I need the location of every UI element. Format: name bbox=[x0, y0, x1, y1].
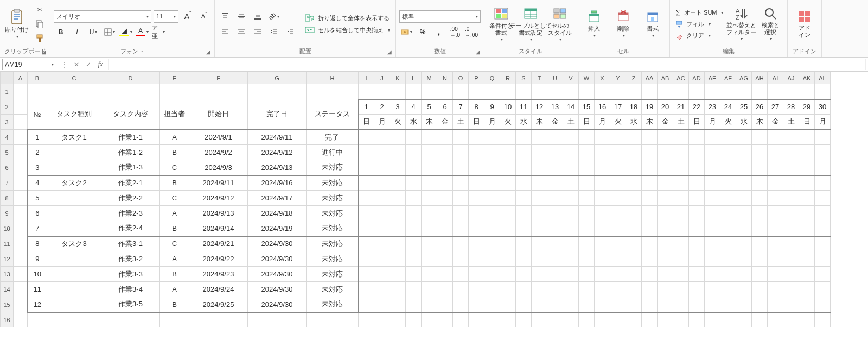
cell[interactable] bbox=[658, 191, 673, 206]
cell[interactable] bbox=[673, 312, 689, 327]
cell[interactable]: 木 bbox=[752, 115, 768, 130]
cell[interactable] bbox=[673, 130, 689, 145]
row-header[interactable]: 16 bbox=[1, 312, 14, 327]
cell[interactable] bbox=[720, 267, 736, 282]
cell[interactable] bbox=[374, 221, 390, 236]
cell[interactable]: 作業2-2 bbox=[101, 191, 160, 206]
cell[interactable] bbox=[610, 312, 626, 327]
cell[interactable] bbox=[768, 251, 783, 267]
cell[interactable] bbox=[547, 191, 563, 206]
cell[interactable]: 開始日 bbox=[189, 99, 248, 130]
cell[interactable] bbox=[563, 160, 579, 175]
cell[interactable] bbox=[500, 236, 516, 251]
col-header[interactable]: E bbox=[160, 72, 189, 84]
cell[interactable] bbox=[563, 312, 579, 327]
col-header[interactable]: M bbox=[422, 72, 437, 84]
cell[interactable]: 2024/9/21 bbox=[189, 236, 248, 251]
col-header[interactable]: AH bbox=[752, 72, 768, 84]
cell[interactable]: 1 bbox=[28, 130, 47, 145]
row-header[interactable]: 15 bbox=[1, 297, 14, 312]
cell[interactable] bbox=[359, 84, 374, 99]
cell[interactable] bbox=[768, 145, 783, 160]
cell[interactable] bbox=[532, 251, 547, 267]
cell[interactable] bbox=[673, 251, 689, 267]
col-header[interactable]: AE bbox=[705, 72, 720, 84]
cell[interactable] bbox=[626, 297, 642, 312]
cell[interactable] bbox=[658, 221, 673, 236]
cell[interactable]: B bbox=[160, 221, 189, 236]
cell[interactable] bbox=[484, 312, 500, 327]
cell[interactable] bbox=[500, 130, 516, 145]
cell[interactable] bbox=[799, 221, 815, 236]
cell[interactable] bbox=[658, 84, 673, 99]
cell[interactable] bbox=[14, 175, 28, 191]
cell[interactable] bbox=[547, 130, 563, 145]
cell[interactable]: 水 bbox=[736, 115, 752, 130]
cell[interactable] bbox=[547, 236, 563, 251]
select-all-corner[interactable] bbox=[1, 72, 14, 84]
cell[interactable] bbox=[563, 130, 579, 145]
cell[interactable] bbox=[406, 130, 422, 145]
cell[interactable] bbox=[374, 175, 390, 191]
cell[interactable] bbox=[610, 282, 626, 297]
cell[interactable] bbox=[689, 191, 705, 206]
cell[interactable] bbox=[610, 206, 626, 221]
paste-button[interactable]: 貼り付け ▾ bbox=[3, 3, 30, 45]
row-header[interactable]: 3 bbox=[1, 115, 14, 130]
cell[interactable] bbox=[484, 130, 500, 145]
cell[interactable] bbox=[532, 282, 547, 297]
col-header[interactable]: AD bbox=[689, 72, 705, 84]
cell[interactable] bbox=[736, 84, 752, 99]
cell[interactable] bbox=[406, 297, 422, 312]
cell[interactable] bbox=[595, 312, 610, 327]
cell[interactable]: 月 bbox=[374, 115, 390, 130]
cell[interactable]: タスク種別 bbox=[47, 99, 101, 130]
col-header[interactable]: AK bbox=[799, 72, 815, 84]
row-header[interactable]: 9 bbox=[1, 206, 14, 221]
cell[interactable] bbox=[14, 99, 28, 115]
cell[interactable] bbox=[14, 282, 28, 297]
cell[interactable]: 作業3-4 bbox=[101, 282, 160, 297]
orientation-button[interactable]: ab▾ bbox=[267, 10, 281, 22]
cell[interactable]: 完了日 bbox=[248, 99, 307, 130]
cell[interactable] bbox=[610, 251, 626, 267]
row-header[interactable]: 10 bbox=[1, 221, 14, 236]
cell[interactable] bbox=[516, 191, 532, 206]
font-size-combo[interactable]: 11▾ bbox=[154, 10, 178, 23]
cell[interactable] bbox=[783, 221, 799, 236]
cell[interactable] bbox=[673, 267, 689, 282]
cell[interactable] bbox=[14, 145, 28, 160]
cell[interactable]: 2024/9/22 bbox=[189, 251, 248, 267]
cell[interactable]: 9 bbox=[484, 99, 500, 115]
cell[interactable]: 22 bbox=[689, 99, 705, 115]
cell[interactable] bbox=[799, 251, 815, 267]
cell[interactable] bbox=[437, 312, 453, 327]
cell[interactable] bbox=[720, 297, 736, 312]
format-as-table-button[interactable]: テーブルとして 書式設定▾ bbox=[517, 3, 544, 45]
cut-button[interactable]: ✂ bbox=[33, 4, 47, 16]
bold-button[interactable]: B bbox=[54, 26, 68, 38]
cell[interactable] bbox=[500, 297, 516, 312]
cell[interactable] bbox=[422, 297, 437, 312]
cell[interactable]: 土 bbox=[563, 115, 579, 130]
cell[interactable] bbox=[579, 282, 595, 297]
wrap-text-button[interactable]: ab 折り返して全体を表示する bbox=[303, 12, 392, 23]
cell[interactable]: 15 bbox=[579, 99, 595, 115]
align-top-button[interactable] bbox=[218, 10, 232, 22]
cell[interactable] bbox=[799, 282, 815, 297]
cell[interactable] bbox=[484, 297, 500, 312]
cell[interactable] bbox=[453, 175, 469, 191]
col-header[interactable]: O bbox=[453, 72, 469, 84]
cell[interactable] bbox=[14, 297, 28, 312]
cell[interactable]: 作業1-3 bbox=[101, 160, 160, 175]
cell[interactable] bbox=[705, 221, 720, 236]
cell[interactable] bbox=[390, 191, 406, 206]
cell[interactable] bbox=[815, 145, 831, 160]
cell[interactable]: A bbox=[160, 206, 189, 221]
row-header[interactable]: 1 bbox=[1, 84, 14, 99]
cell[interactable] bbox=[736, 160, 752, 175]
cell[interactable]: A bbox=[160, 251, 189, 267]
cell[interactable] bbox=[453, 297, 469, 312]
cell[interactable] bbox=[500, 84, 516, 99]
cell[interactable] bbox=[422, 251, 437, 267]
